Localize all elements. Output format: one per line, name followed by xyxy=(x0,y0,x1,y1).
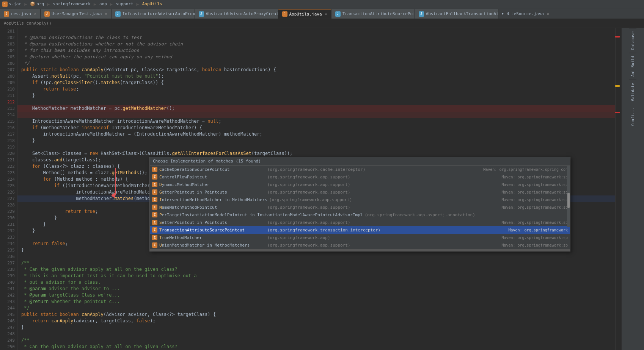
class-icon: C xyxy=(152,212,157,217)
class-icon: C xyxy=(152,189,157,195)
tab-usermanager[interactable]: J UserManagerTest.java × xyxy=(41,9,111,19)
popup-item-transaction-selected[interactable]: C TransactionAttributeSourcePointcut (or… xyxy=(150,226,570,234)
breadcrumb-aop[interactable]: aop xyxy=(99,2,107,6)
line-248: 248 xyxy=(0,331,15,337)
database-panel-label[interactable]: Database xyxy=(629,28,636,53)
error-indicator xyxy=(615,36,620,38)
line-208: 208 xyxy=(0,73,15,80)
tab-overflow[interactable]: ▾ 4 xyxy=(498,9,513,19)
line-212: 212 xyxy=(0,99,15,105)
line-223: 223 xyxy=(0,170,15,176)
line-220: 220 xyxy=(0,150,15,157)
tab-infrastructure[interactable]: J InfrastructureAdvisorAutoProxyCreator.… xyxy=(112,9,195,19)
line-239: 239 xyxy=(0,273,15,279)
class-icon: C xyxy=(152,242,157,248)
line-230: 230 xyxy=(0,215,15,221)
popup-item-controlflow[interactable]: C ControlFlowPointcut (org.springframewo… xyxy=(150,173,570,181)
line-222: 222 xyxy=(0,163,15,170)
error-indicator2 xyxy=(615,112,620,113)
line-216: 216 xyxy=(0,125,15,131)
line-227: 227 xyxy=(0,195,15,202)
popup-item-dynamic[interactable]: C DynamicMethodMatcher (org.springframew… xyxy=(150,181,570,188)
line-229: 229 xyxy=(0,208,15,215)
popup-item-getter[interactable]: C GetterPointcut in Pointcuts (org.sprin… xyxy=(150,188,570,196)
popup-header: Choose Implementation of matches (15 fou… xyxy=(150,157,570,166)
code-area[interactable]: * @param hasIntroductions the class to t… xyxy=(17,28,615,350)
line-207: 207 xyxy=(0,67,15,73)
line-243: 243 xyxy=(0,298,15,305)
breadcrumb-springframework[interactable]: springframework xyxy=(53,2,90,6)
line-238: 238 xyxy=(0,266,15,273)
line-224: 224 xyxy=(0,176,15,183)
confi-panel-label[interactable]: Confi... xyxy=(629,105,636,129)
popup-item-namematch[interactable]: C NameMatchMethodPointcut (org.springfra… xyxy=(150,203,570,211)
jar-icon: j xyxy=(2,2,8,7)
line-213: 213 xyxy=(0,105,15,112)
tab-aoputils[interactable]: J AopUtils.java × xyxy=(278,9,331,19)
line-234: 234 xyxy=(0,241,15,247)
ant-build-panel-label[interactable]: Ant Build xyxy=(629,53,636,80)
popup-item-pertarget[interactable]: C PerTargetInstantiationModelPointcut in… xyxy=(150,211,570,219)
class-icon: C xyxy=(152,182,157,187)
line-217: 217 xyxy=(0,131,15,138)
breadcrumb-text: AopUtils canApply() xyxy=(4,21,52,26)
right-sidebar-markers xyxy=(615,28,621,350)
autocomplete-popup[interactable]: Choose Implementation of matches (15 fou… xyxy=(149,157,570,252)
line-241: 241 xyxy=(0,286,15,292)
breadcrumb-jar[interactable]: j s.jar xyxy=(2,2,21,7)
tab-abstract-fallback[interactable]: J AbstractFallbackTransactionAttributeSo… xyxy=(415,9,498,19)
class-icon: C xyxy=(152,220,157,225)
line-202: 202 xyxy=(0,34,15,41)
popup-item-true[interactable]: C TrueMethodMatcher (org.springframework… xyxy=(150,234,570,241)
breadcrumb-bar: AopUtils canApply() xyxy=(0,19,644,28)
line-244: 244 xyxy=(0,305,15,311)
java-file-icon: J xyxy=(4,11,9,17)
breadcrumb-org[interactable]: 📦 org xyxy=(30,2,44,6)
line-225: 225 xyxy=(0,183,15,189)
popup-item-cache[interactable]: C CacheOperationSourcePointcut (org.spri… xyxy=(150,166,570,173)
tab-bar: J ces.java × J UserManagerTest.java × J … xyxy=(0,8,644,19)
popup-item-union[interactable]: C UnionMethodMatcher in MethodMatchers (… xyxy=(150,241,570,249)
down-arrow-annotation xyxy=(112,168,119,200)
warn-indicator xyxy=(615,85,620,87)
line-209: 209 xyxy=(0,80,15,86)
line-250: 250 xyxy=(0,344,15,350)
line-231: 231 xyxy=(0,221,15,228)
top-bar: j s.jar ▶ 📦 org ▶ springframework ▶ aop … xyxy=(0,0,644,8)
close-tab-abstract-fallback[interactable]: × xyxy=(547,12,549,16)
popup-item-intersection[interactable]: C IntersectionMethodMatcher in MethodMat… xyxy=(150,196,570,203)
line-226: 226 xyxy=(0,189,15,195)
down-arrow-svg xyxy=(112,168,119,198)
tab-abstract-advisor[interactable]: J AbstractAdvisorAutoProxyCreator.java × xyxy=(195,9,278,19)
line-242: 242 xyxy=(0,292,15,298)
line-232: 232 xyxy=(0,228,15,234)
line-218: 218 xyxy=(0,138,15,144)
line-210: 210 xyxy=(0,86,15,92)
line-240: 240 xyxy=(0,279,15,286)
close-tab-aoputils[interactable]: × xyxy=(325,12,327,16)
java-file-icon: J xyxy=(282,11,287,17)
class-icon: C xyxy=(152,167,157,172)
popup-scrollbar[interactable] xyxy=(567,166,570,227)
breadcrumb-aoputils[interactable]: AopUtils xyxy=(142,2,162,6)
validate-panel-label[interactable]: Validate xyxy=(629,80,636,104)
tab-transaction-pointcut[interactable]: J TransactionAttributeSourcePointcut.jav… xyxy=(331,9,415,19)
java-file-icon: J xyxy=(199,11,204,17)
popup-item-setter[interactable]: C SetterPointcut in Pointcuts (org.sprin… xyxy=(150,219,570,226)
line-228: 228 xyxy=(0,202,15,208)
close-tab-usermanager[interactable]: × xyxy=(105,12,107,16)
line-247: 247 xyxy=(0,324,15,331)
line-237: 237 xyxy=(0,260,15,266)
close-tab-ces[interactable]: × xyxy=(34,12,36,16)
line-246: 246 xyxy=(0,318,15,324)
package-icon: 📦 xyxy=(30,2,35,6)
tab-ces[interactable]: J ces.java × xyxy=(0,9,41,19)
right-panels: Database Ant Build Validate Confi... xyxy=(621,28,644,350)
popup-scrollbar-thumb xyxy=(567,193,570,208)
java-file-icon: J xyxy=(419,11,424,17)
line-214: 214 xyxy=(0,112,15,118)
class-icon: C xyxy=(152,205,157,210)
breadcrumb-support[interactable]: support xyxy=(116,2,133,6)
line-221: 221 xyxy=(0,157,15,163)
popup-resize-handle[interactable] xyxy=(150,249,570,251)
